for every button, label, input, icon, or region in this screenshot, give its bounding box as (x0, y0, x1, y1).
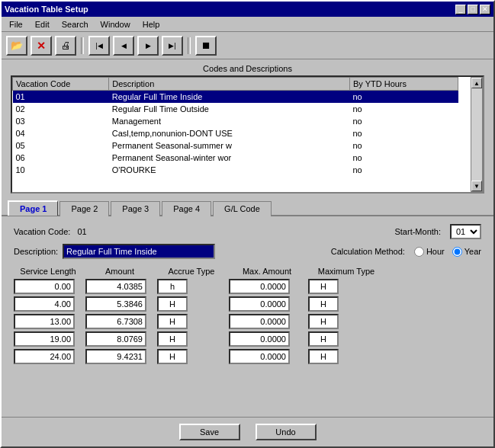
max-amount-input-1[interactable] (229, 296, 290, 312)
accrue-input-4[interactable] (157, 349, 188, 364)
tab-page3[interactable]: Page 3 (111, 201, 160, 216)
service-input-0[interactable] (14, 279, 75, 294)
max-amount-input-3[interactable] (229, 331, 290, 347)
grid-section: Service Length Amount Accrue Type Max. A… (14, 267, 481, 364)
start-month-select[interactable]: 01 02 03 12 (450, 224, 481, 239)
max-amount-input-0[interactable] (229, 279, 290, 294)
max-type-input-2[interactable] (308, 314, 339, 329)
close-button[interactable]: ✕ (480, 5, 490, 14)
amount-input-3[interactable] (85, 331, 146, 347)
tab-page1[interactable]: Page 1 (8, 200, 58, 216)
nav-prev-button[interactable]: ◀ (113, 36, 134, 56)
table-row[interactable]: 04 Casl,temp,nonunion-DONT USE no (13, 127, 458, 139)
close-file-button[interactable]: ✕ (31, 36, 52, 56)
x-icon: ✕ (37, 40, 46, 52)
accrue-input-3[interactable] (157, 331, 188, 347)
col-header-ytd: By YTD Hours (349, 78, 458, 91)
nav-next-button[interactable]: ▶ (137, 36, 159, 56)
menu-file[interactable]: File (5, 19, 27, 30)
max-type-input-4[interactable] (308, 349, 339, 364)
service-input-1[interactable] (14, 296, 75, 312)
service-input-3[interactable] (14, 331, 75, 347)
row-description: Regular Full Time Inside (109, 91, 350, 104)
amount-input-1[interactable] (85, 296, 146, 312)
vertical-scrollbar[interactable]: ▲ ▼ (471, 77, 483, 192)
col-header-desc: Description (109, 78, 350, 91)
print-icon: 🖨 (61, 40, 71, 51)
service-input-2[interactable] (14, 314, 75, 329)
row-ytd: no (349, 127, 458, 139)
undo-button[interactable]: Undo (256, 424, 317, 440)
nav-next-icon: ▶ (146, 42, 151, 50)
accrue-input-0[interactable] (157, 279, 188, 294)
calc-hour-label[interactable]: Hour (414, 247, 445, 257)
description-input[interactable] (63, 244, 215, 259)
grid-col-service: Service Length (14, 267, 82, 276)
max-amount-input-4[interactable] (229, 349, 290, 364)
menu-edit[interactable]: Edit (31, 19, 54, 30)
tab-page2[interactable]: Page 2 (59, 201, 109, 216)
scroll-up-button[interactable]: ▲ (471, 78, 482, 88)
save-button[interactable]: Save (179, 424, 240, 440)
amount-input-2[interactable] (85, 314, 146, 329)
grid-col-amount: Amount (85, 267, 154, 276)
table-row[interactable]: 06 Permanent Seasonal-winter wor no (13, 152, 458, 164)
vacation-code-value: 01 (77, 227, 86, 236)
start-month-label: Start-Month: (394, 227, 441, 236)
calc-hour-radio[interactable] (414, 247, 424, 257)
scroll-down-button[interactable]: ▼ (471, 181, 482, 191)
stop-button[interactable]: ⏹ (195, 36, 217, 56)
table-row[interactable]: 01 Regular Full Time Inside no (13, 91, 458, 104)
bottom-bar: Save Undo (2, 417, 493, 446)
scrollbar-track[interactable] (471, 88, 482, 181)
nav-prev-icon: ◀ (121, 42, 127, 50)
open-icon: 📂 (11, 40, 23, 51)
grid-headers: Service Length Amount Accrue Type Max. A… (14, 267, 481, 276)
toolbar-separator (81, 37, 84, 54)
menu-bar: File Edit Search Window Help (2, 17, 493, 32)
table-row[interactable]: 10 O'ROURKE no (13, 164, 458, 176)
stop-icon: ⏹ (201, 40, 211, 51)
minimize-button[interactable]: _ (455, 5, 466, 14)
grid-cell-max-type-0 (308, 279, 384, 294)
grid-cell-accrue-2 (157, 314, 226, 329)
max-type-input-1[interactable] (308, 296, 339, 312)
tab-gl-code[interactable]: G/L Code (213, 201, 272, 216)
nav-first-button[interactable]: |◀ (88, 36, 110, 56)
amount-input-4[interactable] (85, 349, 146, 364)
row-description: Regular Full Time Outside (109, 103, 350, 115)
calc-year-label[interactable]: Year (452, 247, 481, 257)
row-ytd: no (349, 139, 458, 152)
accrue-input-1[interactable] (157, 296, 188, 312)
grid-cell-accrue-0 (157, 279, 226, 294)
vacation-code-row: Vacation Code: 01 (14, 227, 87, 236)
max-type-input-0[interactable] (308, 279, 339, 294)
grid-row (14, 314, 481, 329)
nav-last-button[interactable]: ▶| (162, 36, 183, 56)
table-row[interactable]: 02 Regular Full Time Outside no (13, 103, 458, 115)
accrue-input-2[interactable] (157, 314, 188, 329)
row-code: 06 (13, 152, 109, 164)
grid-cell-amount-4 (85, 349, 154, 364)
print-button[interactable]: 🖨 (55, 36, 76, 56)
menu-window[interactable]: Window (96, 19, 135, 30)
open-button[interactable]: 📂 (6, 36, 27, 56)
menu-search[interactable]: Search (57, 19, 93, 30)
tab-page4[interactable]: Page 4 (162, 201, 211, 216)
max-type-input-3[interactable] (308, 331, 339, 347)
table-row[interactable]: 05 Permanent Seasonal-summer w no (13, 139, 458, 152)
service-input-4[interactable] (14, 349, 75, 364)
max-amount-input-2[interactable] (229, 314, 290, 329)
description-row: Description: (14, 244, 215, 259)
tabs-container: Page 1 Page 2 Page 3 Page 4 G/L Code (2, 197, 493, 216)
grid-row (14, 349, 481, 364)
row-description: Permanent Seasonal-winter wor (109, 152, 350, 164)
calc-year-radio[interactable] (452, 247, 462, 257)
row-ytd: no (349, 103, 458, 115)
row-ytd: no (349, 115, 458, 127)
maximize-button[interactable]: □ (468, 5, 478, 14)
table-row[interactable]: 03 Management no (13, 115, 458, 127)
amount-input-0[interactable] (85, 279, 146, 294)
menu-help[interactable]: Help (138, 19, 165, 30)
grid-cell-max-type-1 (308, 296, 384, 312)
